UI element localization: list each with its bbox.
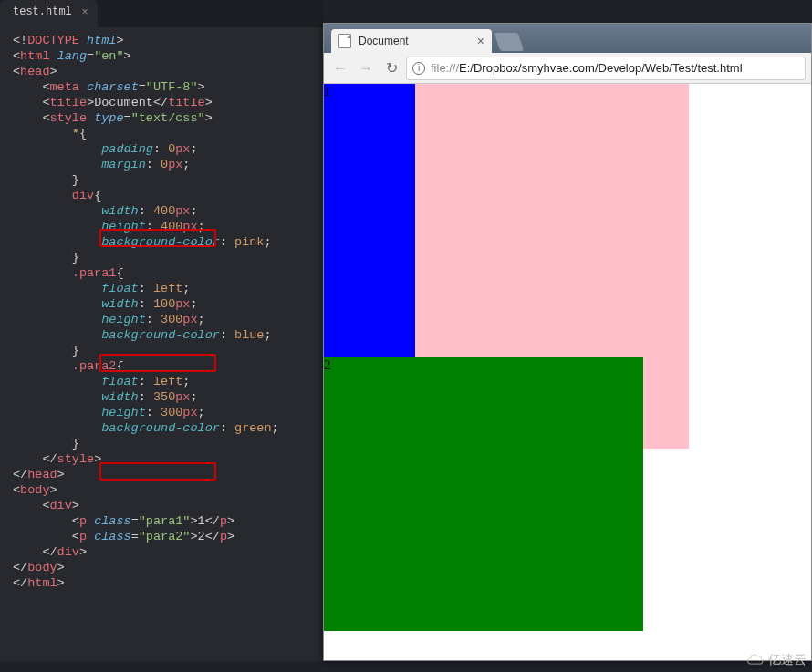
browser-toolbar: ← → ↻ i file:///E:/Dropbox/smyhvae.com/D… (324, 53, 811, 84)
url-path: E:/Dropbox/smyhvae.com/Develop/Web/Test/… (459, 61, 742, 75)
editor-tab-bar: test.html × (0, 0, 323, 27)
reload-icon: ↻ (386, 59, 398, 77)
new-tab-button[interactable] (494, 33, 524, 51)
editor-tab-title: test.html (13, 5, 72, 18)
editor-tab[interactable]: test.html × (0, 0, 98, 27)
back-button[interactable]: ← (329, 57, 351, 79)
code-area[interactable]: <!DOCTYPE html> <html lang="en"> <head> … (0, 27, 323, 591)
para1-box: 1 (324, 84, 415, 357)
code-text: <!DOCTYPE html> <html lang="en"> <head> … (0, 33, 323, 591)
reload-button[interactable]: ↻ (380, 57, 402, 79)
browser-window: Document × ← → ↻ i file:///E:/Dropbox/sm… (323, 23, 812, 661)
para1-label: 1 (324, 84, 331, 98)
arrow-right-icon: → (359, 60, 373, 77)
browser-tab[interactable]: Document × (331, 29, 492, 53)
info-icon: i (412, 62, 425, 75)
address-bar[interactable]: i file:///E:/Dropbox/smyhvae.com/Develop… (406, 57, 806, 80)
rendered-page: 1 2 (324, 84, 811, 660)
arrow-left-icon: ← (333, 60, 348, 77)
para2-label: 2 (324, 357, 331, 372)
browser-tab-strip: Document × (324, 24, 811, 53)
code-editor-pane: test.html × <!DOCTYPE html> <html lang="… (0, 0, 323, 661)
url-scheme: file:/// (431, 61, 459, 75)
page-icon (338, 34, 351, 48)
close-icon[interactable]: × (477, 34, 484, 48)
browser-tab-title: Document (359, 35, 409, 47)
close-icon[interactable]: × (82, 6, 88, 19)
forward-button[interactable]: → (355, 57, 377, 79)
para2-box: 2 (324, 357, 643, 631)
